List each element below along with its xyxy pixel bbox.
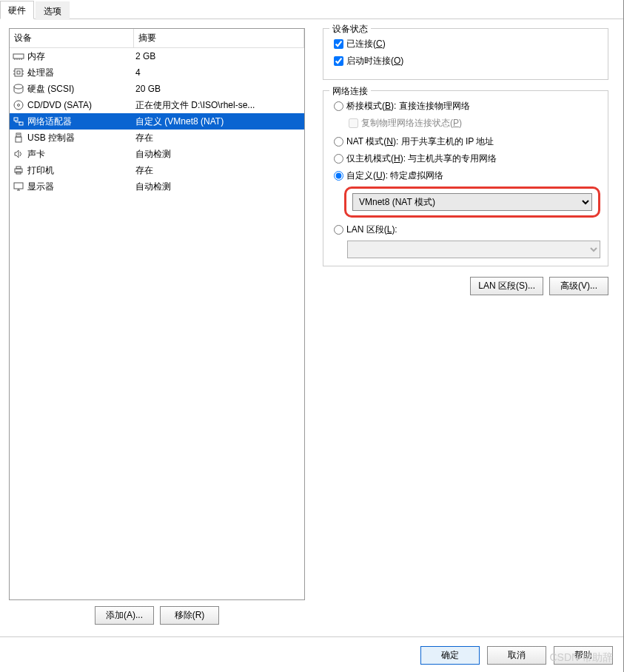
svg-rect-6 (17, 71, 20, 74)
connect-at-poweron-checkbox[interactable]: 启动时连接(O) (331, 55, 600, 67)
net-extra-buttons: LAN 区段(S)... 高级(V)... (323, 277, 608, 295)
svg-rect-0 (13, 54, 24, 58)
device-status-group: 设备状态 已连接(C) 启动时连接(O) (323, 28, 608, 80)
bridged-label: 桥接模式(B): 直接连接物理网络 (346, 100, 470, 112)
custom-network-highlight: VMnet8 (NAT 模式) (344, 187, 600, 218)
connected-checkbox[interactable]: 已连接(C) (331, 38, 600, 50)
sound-icon (13, 148, 24, 160)
memory-icon (13, 50, 24, 62)
cpu-icon (13, 67, 24, 78)
device-summary: 存在 (134, 164, 304, 177)
device-label: CD/DVD (SATA) (27, 100, 92, 110)
replicate-input (349, 118, 358, 128)
column-headers: 设备 摘要 (10, 29, 304, 48)
dialog-body: 设备 摘要 内存2 GB处理器4硬盘 (SCSI)20 GBCD/DVD (SA… (0, 19, 623, 634)
tab-hardware[interactable]: 硬件 (0, 1, 34, 19)
custom-label: 自定义(U): 特定虚拟网络 (346, 169, 443, 182)
connected-label: 已连接(C) (346, 38, 386, 50)
lan-segments-button[interactable]: LAN 区段(S)... (470, 277, 543, 295)
device-row-printer[interactable]: 打印机存在 (10, 162, 304, 178)
hostonly-input[interactable] (334, 154, 343, 164)
lanseg-input[interactable] (334, 225, 343, 235)
nat-label: NAT 模式(N): 用于共享主机的 IP 地址 (346, 135, 494, 148)
vm-settings-dialog: 硬件 选项 设备 摘要 内存2 GB处理器4硬盘 (SCSI)20 GBCD/D… (0, 0, 624, 672)
device-row-usb[interactable]: USB 控制器存在 (10, 130, 304, 146)
device-summary: 2 GB (134, 51, 304, 61)
usb-icon (13, 132, 24, 144)
column-device[interactable]: 设备 (10, 29, 134, 47)
left-panel: 设备 摘要 内存2 GB处理器4硬盘 (SCSI)20 GBCD/DVD (SA… (9, 28, 305, 625)
device-row-cpu[interactable]: 处理器4 (10, 64, 304, 81)
tab-bar: 硬件 选项 (0, 0, 623, 19)
device-label: 显示器 (27, 181, 54, 193)
device-summary: 自定义 (VMnet8 (NAT) (134, 115, 304, 128)
bridged-input[interactable] (334, 101, 343, 111)
device-label: 内存 (27, 50, 45, 63)
device-label: USB 控制器 (27, 132, 75, 144)
lanseg-radio[interactable]: LAN 区段(L): (331, 224, 600, 236)
device-label: 声卡 (27, 148, 45, 161)
disk-icon (13, 83, 24, 95)
dialog-footer: 确定 取消 帮助 (0, 636, 623, 672)
svg-rect-5 (15, 69, 22, 76)
device-row-disc[interactable]: CD/DVD (SATA)正在使用文件 D:\ISO\rhel-se... (10, 97, 304, 113)
custom-network-select[interactable]: VMnet8 (NAT 模式) (352, 193, 592, 211)
device-list[interactable]: 设备 摘要 内存2 GB处理器4硬盘 (SCSI)20 GBCD/DVD (SA… (9, 28, 305, 600)
printer-icon (13, 164, 24, 176)
replicate-label: 复制物理网络连接状态(P) (361, 117, 462, 130)
lanseg-label: LAN 区段(L): (346, 224, 397, 236)
add-button[interactable]: 添加(A)... (95, 606, 154, 625)
svg-point-12 (18, 104, 20, 107)
device-row-memory[interactable]: 内存2 GB (10, 48, 304, 64)
disc-icon (13, 99, 24, 111)
svg-rect-14 (19, 122, 23, 125)
column-summary[interactable]: 摘要 (134, 29, 304, 47)
network-connection-group: 网络连接 桥接模式(B): 直接连接物理网络 复制物理网络连接状态(P) NAT… (323, 90, 608, 266)
display-icon (13, 181, 24, 192)
device-label: 处理器 (27, 67, 54, 79)
device-summary: 正在使用文件 D:\ISO\rhel-se... (134, 99, 304, 112)
device-label: 网络适配器 (27, 115, 72, 128)
custom-radio[interactable]: 自定义(U): 特定虚拟网络 (331, 169, 600, 182)
ok-button[interactable]: 确定 (420, 646, 480, 665)
advanced-button[interactable]: 高级(V)... (549, 277, 608, 295)
nat-input[interactable] (334, 137, 343, 147)
device-label: 打印机 (27, 164, 54, 177)
device-row-sound[interactable]: 声卡自动检测 (10, 146, 304, 162)
poweron-label: 启动时连接(O) (346, 55, 403, 67)
poweron-check[interactable] (334, 56, 343, 66)
device-row-network[interactable]: 网络适配器自定义 (VMnet8 (NAT) (10, 113, 304, 130)
device-summary: 20 GB (134, 84, 304, 94)
nat-radio[interactable]: NAT 模式(N): 用于共享主机的 IP 地址 (331, 135, 600, 148)
right-panel: 设备状态 已连接(C) 启动时连接(O) 网络连接 桥接模式(B): 直接连接物… (317, 28, 614, 625)
device-row-disk[interactable]: 硬盘 (SCSI)20 GB (10, 81, 304, 97)
hostonly-label: 仅主机模式(H): 与主机共享的专用网络 (346, 152, 497, 165)
connected-check[interactable] (334, 39, 343, 49)
status-title: 设备状态 (329, 23, 371, 36)
net-title: 网络连接 (329, 85, 371, 98)
tab-options[interactable]: 选项 (36, 1, 70, 20)
svg-rect-16 (16, 137, 21, 142)
device-row-display[interactable]: 显示器自动检测 (10, 178, 304, 195)
custom-input[interactable] (334, 171, 343, 181)
device-summary: 自动检测 (134, 181, 304, 193)
device-summary: 4 (134, 67, 304, 78)
network-icon (13, 115, 24, 127)
svg-rect-15 (16, 133, 21, 137)
help-button[interactable]: 帮助 (554, 646, 613, 665)
device-label: 硬盘 (SCSI) (27, 83, 74, 95)
remove-button[interactable]: 移除(R) (160, 606, 219, 625)
device-summary: 自动检测 (134, 148, 304, 161)
bridged-radio[interactable]: 桥接模式(B): 直接连接物理网络 (331, 100, 600, 112)
replicate-checkbox: 复制物理网络连接状态(P) (346, 117, 600, 130)
device-buttons: 添加(A)... 移除(R) (9, 606, 305, 625)
svg-rect-13 (14, 118, 18, 121)
svg-rect-22 (14, 183, 23, 189)
svg-rect-20 (16, 167, 21, 169)
lanseg-select (347, 241, 600, 258)
hostonly-radio[interactable]: 仅主机模式(H): 与主机共享的专用网络 (331, 152, 600, 165)
cancel-button[interactable]: 取消 (487, 646, 546, 665)
svg-point-11 (14, 101, 23, 110)
device-summary: 存在 (134, 132, 304, 144)
